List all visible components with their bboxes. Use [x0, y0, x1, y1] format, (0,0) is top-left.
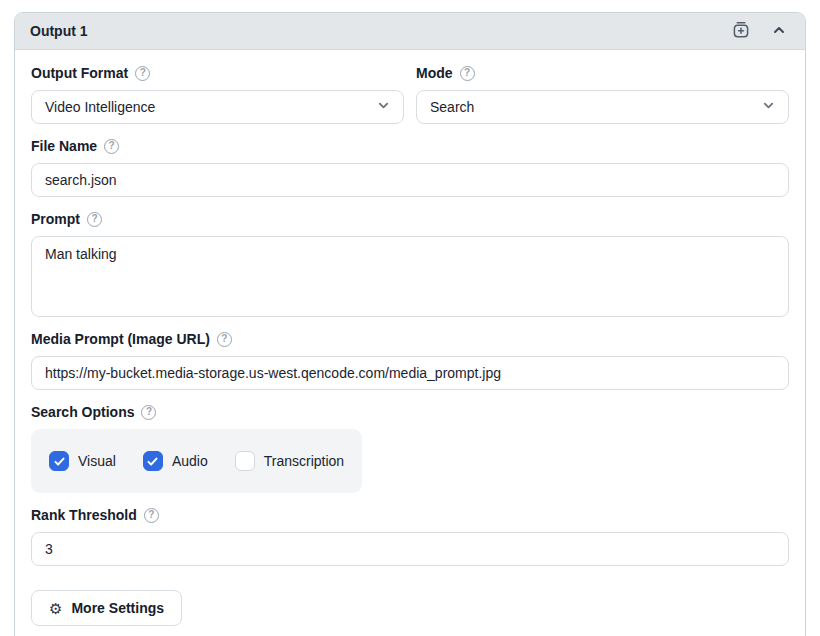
- prompt-label-text: Prompt: [31, 211, 80, 227]
- prompt-field: Prompt Man talking: [31, 211, 789, 317]
- checkbox-icon: [143, 451, 163, 471]
- search-options-group: Visual Audio Trans: [31, 429, 362, 493]
- checkbox-audio[interactable]: Audio: [143, 451, 208, 471]
- search-options-field: Search Options Visual: [31, 404, 789, 499]
- rank-threshold-label-text: Rank Threshold: [31, 507, 137, 523]
- output-format-label: Output Format: [31, 65, 404, 81]
- output-panel-body: Output Format Video Intelligence Mode: [15, 50, 805, 636]
- question-circle-icon[interactable]: [217, 332, 232, 347]
- output-format-field: Output Format Video Intelligence: [31, 65, 404, 124]
- mode-select[interactable]: Search: [416, 90, 789, 124]
- file-name-input[interactable]: [31, 163, 789, 197]
- checkbox-label: Visual: [78, 453, 116, 469]
- question-circle-icon[interactable]: [87, 212, 102, 227]
- prompt-textarea[interactable]: Man talking: [31, 236, 789, 317]
- format-mode-row: Output Format Video Intelligence Mode: [31, 65, 789, 124]
- file-name-field: File Name: [31, 138, 789, 197]
- search-options-label-text: Search Options: [31, 404, 134, 420]
- chevron-up-icon: [772, 23, 786, 40]
- question-circle-icon[interactable]: [460, 66, 475, 81]
- mode-value: Search: [430, 99, 474, 115]
- prompt-label: Prompt: [31, 211, 789, 227]
- output-panel: Output 1: [14, 12, 806, 636]
- duplicate-icon: [731, 20, 751, 43]
- more-settings-label: More Settings: [71, 600, 164, 616]
- mode-field: Mode Search: [416, 65, 789, 124]
- mode-label: Mode: [416, 65, 789, 81]
- checkbox-icon: [49, 451, 69, 471]
- search-options-label: Search Options: [31, 404, 789, 420]
- checkbox-label: Audio: [172, 453, 208, 469]
- collapse-output-button[interactable]: [768, 20, 790, 42]
- checkbox-icon: [235, 451, 255, 471]
- media-prompt-field: Media Prompt (Image URL): [31, 331, 789, 390]
- question-circle-icon[interactable]: [135, 66, 150, 81]
- output-format-select[interactable]: Video Intelligence: [31, 90, 404, 124]
- file-name-label-text: File Name: [31, 138, 97, 154]
- checkbox-transcription[interactable]: Transcription: [235, 451, 344, 471]
- media-prompt-label: Media Prompt (Image URL): [31, 331, 789, 347]
- checkbox-label: Transcription: [264, 453, 344, 469]
- duplicate-output-button[interactable]: [730, 20, 752, 42]
- chevron-down-icon: [377, 99, 390, 115]
- gear-icon: ⚙: [49, 601, 62, 616]
- rank-threshold-field: Rank Threshold: [31, 507, 789, 566]
- output-panel-header: Output 1: [15, 13, 805, 50]
- question-circle-icon[interactable]: [144, 508, 159, 523]
- question-circle-icon[interactable]: [141, 405, 156, 420]
- chevron-down-icon: [762, 99, 775, 115]
- more-settings-button[interactable]: ⚙ More Settings: [31, 590, 182, 626]
- output-format-label-text: Output Format: [31, 65, 128, 81]
- media-prompt-label-text: Media Prompt (Image URL): [31, 331, 210, 347]
- media-prompt-input[interactable]: [31, 356, 789, 390]
- mode-label-text: Mode: [416, 65, 453, 81]
- panel-header-actions: [730, 20, 790, 42]
- rank-threshold-input[interactable]: [31, 532, 789, 566]
- file-name-label: File Name: [31, 138, 789, 154]
- checkbox-visual[interactable]: Visual: [49, 451, 116, 471]
- question-circle-icon[interactable]: [104, 139, 119, 154]
- rank-threshold-label: Rank Threshold: [31, 507, 789, 523]
- output-format-value: Video Intelligence: [45, 99, 155, 115]
- panel-title: Output 1: [30, 23, 88, 39]
